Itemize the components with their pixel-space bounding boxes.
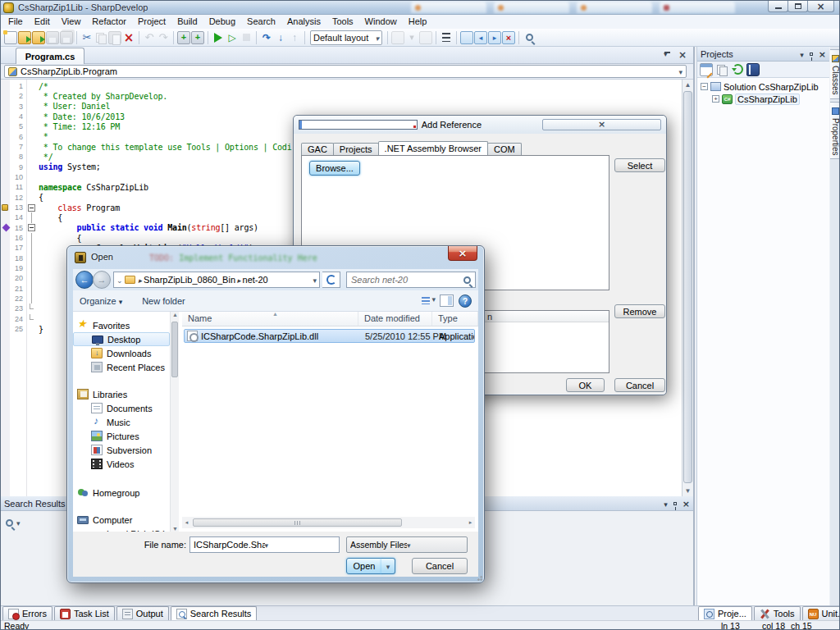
- refresh-icon[interactable]: [731, 63, 744, 76]
- menu-build[interactable]: Build: [171, 15, 203, 29]
- sidebar-item-music[interactable]: Music: [73, 415, 170, 429]
- sidebar-item-favorites[interactable]: Favorites: [73, 318, 170, 332]
- sidebar-item-computer[interactable]: Computer: [73, 513, 170, 527]
- scroll-right-icon[interactable]: ▸: [466, 519, 475, 526]
- scrollbar-thumb[interactable]: [171, 322, 178, 377]
- sidebar-item-documents[interactable]: Documents: [73, 401, 170, 415]
- title-bar[interactable]: CsSharpZip1Lib - SharpDevelop: [1, 1, 839, 15]
- menu-analysis[interactable]: Analysis: [281, 15, 326, 29]
- back-button[interactable]: [75, 271, 94, 289]
- close-icon[interactable]: [542, 119, 661, 130]
- file-row[interactable]: ICSharpCode.SharpZipLib.dll 5/25/2010 12…: [184, 329, 475, 343]
- tab-errors[interactable]: Errors: [2, 606, 52, 620]
- bookmark-clear-icon[interactable]: [502, 31, 515, 44]
- sidebar-item-homegroup[interactable]: Homegroup: [73, 486, 170, 500]
- tab-com[interactable]: COM: [487, 143, 522, 155]
- redo-icon[interactable]: [157, 31, 170, 44]
- sidebar-item-pictures[interactable]: Pictures: [73, 429, 170, 443]
- breadcrumb[interactable]: SharpZipLib_0860_Binnet-20: [113, 272, 320, 288]
- close-button[interactable]: [807, 1, 834, 12]
- search-filter[interactable]: [6, 518, 21, 527]
- close-icon[interactable]: [819, 49, 826, 59]
- fold-marker-cell[interactable]: [26, 223, 37, 233]
- minimize-button[interactable]: [768, 1, 788, 12]
- help-icon[interactable]: [459, 294, 472, 308]
- search-box[interactable]: Search net-20: [346, 272, 476, 288]
- refresh-icon[interactable]: [322, 272, 340, 288]
- select-button[interactable]: Select: [614, 158, 665, 172]
- side-tab-classes[interactable]: Classes: [830, 49, 840, 99]
- collapse-icon[interactable]: [701, 83, 708, 90]
- new-file-icon[interactable]: [4, 31, 17, 44]
- editor-vertical-scrollbar[interactable]: ▲ ▼: [682, 80, 693, 496]
- uncomment-region-icon[interactable]: [419, 31, 432, 44]
- tab-program-cs[interactable]: Program.cs: [16, 48, 84, 64]
- menu-project[interactable]: Project: [132, 15, 171, 29]
- organize-button[interactable]: Organize: [80, 296, 122, 306]
- scroll-down-icon[interactable]: ▼: [171, 526, 180, 532]
- cancel-button[interactable]: Cancel: [614, 378, 665, 392]
- preview-pane-icon[interactable]: [440, 294, 454, 307]
- build-icon[interactable]: [177, 31, 190, 44]
- ok-button[interactable]: OK: [566, 378, 605, 392]
- menu-search[interactable]: Search: [241, 15, 281, 29]
- chevron-down-icon[interactable]: [800, 49, 804, 59]
- edit-form-icon[interactable]: [700, 63, 713, 76]
- column-header-date-modified[interactable]: Date modified: [358, 312, 432, 326]
- save-icon[interactable]: [46, 31, 59, 44]
- maximize-button[interactable]: [788, 1, 808, 12]
- sidebar-item-desktop[interactable]: Desktop: [73, 332, 170, 346]
- remove-button[interactable]: Remove: [614, 304, 665, 318]
- step-into-icon[interactable]: [274, 31, 287, 44]
- breadcrumb-item[interactable]: SharpZipLib_0860_Bin: [144, 275, 235, 285]
- tab-search-results[interactable]: Search Results: [171, 606, 258, 620]
- tab-proje-[interactable]: Proje...: [698, 606, 752, 620]
- show-all-files-icon[interactable]: [715, 63, 728, 76]
- open-dialog-title-bar[interactable]: Open TODO: Implement Functionality Here: [67, 246, 484, 269]
- sidebar-item-recent-places[interactable]: Recent Places: [73, 360, 170, 374]
- build-all-icon[interactable]: [191, 31, 204, 44]
- copy-icon[interactable]: [94, 31, 107, 44]
- sidebar-item-subversion[interactable]: Subversion: [73, 443, 170, 457]
- open-file-icon[interactable]: [18, 31, 31, 44]
- open-button-dropdown[interactable]: [381, 558, 395, 574]
- sidebar-item-downloads[interactable]: Downloads: [73, 346, 170, 360]
- browse-button[interactable]: Browse...: [309, 161, 360, 176]
- file-name-combo[interactable]: ICSharpCode.SharpZipLib.dll: [189, 536, 340, 553]
- scrollbar-thumb[interactable]: [193, 518, 402, 527]
- sidebar-item-videos[interactable]: Videos: [73, 457, 170, 471]
- sidebar-scrollbar[interactable]: ▲ ▼: [170, 312, 179, 532]
- stop-icon[interactable]: [240, 31, 253, 44]
- menu-window[interactable]: Window: [359, 15, 403, 29]
- pin-icon[interactable]: [673, 502, 677, 505]
- tab-output[interactable]: Output: [116, 606, 169, 620]
- file-type-combo[interactable]: Assembly Files (*.exe;*.dll): [346, 536, 468, 553]
- cut-icon[interactable]: [80, 31, 94, 44]
- save-all-icon[interactable]: [60, 31, 73, 44]
- pin-icon[interactable]: [810, 52, 813, 56]
- tab-projects[interactable]: Projects: [333, 143, 379, 155]
- chevron-down-icon[interactable]: [664, 499, 668, 509]
- run-icon[interactable]: [212, 31, 225, 44]
- open-with-icon[interactable]: [32, 31, 45, 44]
- open-button[interactable]: Open: [346, 558, 382, 574]
- bookmark-next-icon[interactable]: [488, 31, 501, 44]
- tab-unit-[interactable]: Unit...: [802, 606, 840, 620]
- quick-find-icon[interactable]: [523, 31, 536, 44]
- sidebar-item-libraries[interactable]: Libraries: [73, 387, 170, 401]
- add-reference-title-bar[interactable]: Add Reference: [294, 116, 666, 134]
- scroll-up-icon[interactable]: ▲: [171, 312, 180, 317]
- layout-combo[interactable]: Default layout: [310, 30, 382, 45]
- delete-icon[interactable]: [122, 31, 135, 44]
- change-view-icon[interactable]: [421, 294, 435, 307]
- class-combo[interactable]: CsSharpZipLib.Program: [4, 65, 687, 78]
- class-browser-icon[interactable]: [746, 63, 760, 76]
- menu-refactor[interactable]: Refactor: [86, 15, 132, 29]
- close-icon[interactable]: [682, 499, 690, 509]
- scroll-up-icon[interactable]: ▲: [682, 80, 693, 90]
- resize-grip[interactable]: [477, 575, 483, 582]
- horizontal-scrollbar[interactable]: ◂ ▸: [182, 517, 475, 528]
- tree-row-project[interactable]: CsSharpZipLib: [701, 93, 829, 105]
- tab--net-assembly-browser[interactable]: .NET Assembly Browser: [378, 141, 488, 155]
- run-without-debugger-icon[interactable]: [226, 31, 239, 44]
